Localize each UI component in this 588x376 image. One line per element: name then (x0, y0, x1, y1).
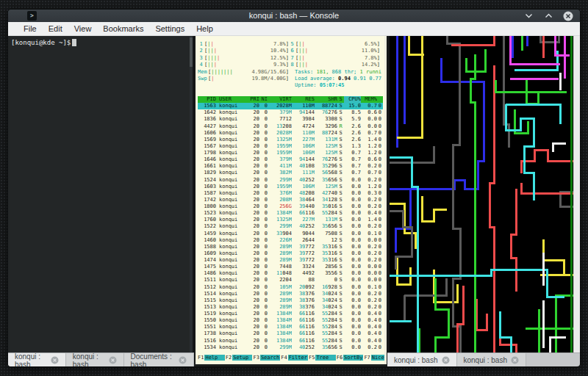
meter-ticks: || (298, 55, 304, 62)
column-header-SHR[interactable]: SHR (315, 96, 337, 103)
cpu-index: 7 (289, 55, 295, 62)
process-row[interactable]: 1474konqui200289M3977235316S0.00.20 (198, 257, 383, 264)
process-row[interactable]: 1475konqui200744833242856S0.00.00 (198, 264, 383, 270)
tab[interactable]: Documents : bash (124, 353, 194, 367)
process-row[interactable]: 1524konqui200299M4025235656S0.00.20 (198, 177, 383, 184)
fkey-f2[interactable]: F2Setup (225, 354, 253, 362)
process-row[interactable]: 1519konqui2001384M6611655284S0.00.40 (198, 311, 383, 317)
process-row[interactable]: 1513konqui200289M3837634024S0.00.20 (198, 304, 383, 311)
fkey-f3[interactable]: F3Search (252, 354, 280, 362)
tab[interactable]: konqui : bash (8, 353, 66, 367)
process-row[interactable]: 1646konqui200379M9414476276S0.70.60 (198, 156, 383, 163)
meter-value: 19.8M/4.00G (251, 76, 285, 82)
process-row[interactable]: 1800konqui200256G3944035016S0.00.20 (198, 203, 383, 210)
column-header-time[interactable] (377, 96, 381, 103)
column-header-MEM%[interactable]: MEM% (361, 96, 377, 103)
column-header-VIRT[interactable]: VIRT (268, 96, 292, 103)
menu-item-help[interactable]: Help (190, 24, 219, 33)
meter-ticks: ||| (298, 48, 308, 54)
process-row[interactable]: 1760konqui2001325M227M131MS0.01.40 (198, 217, 383, 223)
process-row[interactable]: 4427konqui2001320847243296R2.60.00 (198, 123, 383, 130)
process-row[interactable]: 1551konqui2001384M6611655284S0.00.40 (198, 324, 383, 330)
pipe-segment (521, 150, 573, 173)
terminal-pane-left[interactable]: [konqui@kde ~]$ (8, 36, 193, 352)
process-row[interactable]: 1738konqui2001384M6611655284S0.00.40 (198, 330, 383, 337)
process-row[interactable]: 1569konqui2001325M227M131MS2.61.40 (198, 137, 383, 143)
pipe-segment (447, 36, 459, 190)
column-header-RES[interactable]: RES (292, 96, 315, 103)
process-row[interactable]: 1523konqui2001384M6611655284S0.00.40 (198, 210, 383, 217)
pipe-segment (550, 337, 566, 352)
process-row[interactable]: 1534konqui200299M4025235656S0.00.20 (198, 344, 383, 351)
column-header-NI[interactable]: NI (259, 96, 268, 103)
cpu-meter-2: 2[|||10.4%] (198, 48, 289, 54)
menu-item-settings[interactable]: Settings (149, 24, 190, 33)
cpu-index: 6 (289, 48, 295, 54)
cpu-index: 2 (198, 48, 204, 54)
process-row[interactable]: 1567konqui2001959M106M125MS1.31.20 (198, 143, 383, 150)
cpu-percent: 9.3% (273, 62, 286, 68)
menu-item-file[interactable]: File (18, 24, 43, 33)
process-row[interactable]: 1460konqui200226M264412S0.00.00 (198, 237, 383, 244)
process-row[interactable]: 1661konqui200411M4010835296S0.70.20 (198, 163, 383, 170)
process-table-header: PIDUSERPRINIVIRTRESSHRSCPU%MEM% (198, 96, 383, 103)
process-row[interactable]: 1486konqui2001104844923556S0.00.00 (198, 270, 383, 277)
terminal-pane-htop[interactable]: 1[||7.8%]5[||6.5%]2[|||10.4%]6[|||11.0%]… (196, 36, 387, 364)
process-row[interactable]: 1798konqui2001959M106M125MS0.71.20 (198, 150, 383, 156)
fkey-f1[interactable]: F1Help (197, 354, 225, 362)
title-bar[interactable]: > konqui : bash — Konsole (8, 10, 580, 22)
menu-item-edit[interactable]: Edit (43, 24, 68, 33)
column-header-CPU%[interactable]: CPU% (344, 96, 361, 103)
process-row[interactable]: 1836konqui200771239843308S5.90.00 (198, 116, 383, 123)
process-row[interactable]: 1459konqui2003390490447508S0.00.10 (198, 231, 383, 237)
process-row[interactable]: 1522konqui200299M4025235656S0.00.20 (198, 223, 383, 230)
process-row[interactable]: 1514konqui200289M3837634024S0.00.20 (198, 291, 383, 297)
column-header-PRI[interactable]: PRI (247, 96, 259, 103)
menu-item-view[interactable]: View (68, 24, 98, 33)
fkey-f5[interactable]: F5Tree (308, 354, 336, 362)
column-header-PID[interactable]: PID (198, 96, 216, 103)
cpu-meter-1: 1[||7.8%] (198, 41, 289, 48)
process-row[interactable]: 1516konqui2001384M6611655284S0.00.40 (198, 338, 383, 344)
tab[interactable]: konqui : bash (66, 353, 124, 367)
tab-close-button[interactable] (442, 356, 450, 364)
process-row[interactable]: 1829konqui200382M111M56568S0.70.70 (198, 170, 383, 176)
pipe-segment (495, 80, 567, 92)
tasks-line: Tasks: 181, 868 thr; 1 runni (295, 69, 381, 76)
tab[interactable]: konqui : bash (457, 353, 527, 367)
tab-close-button[interactable] (51, 356, 59, 364)
right-pane-scrollbar[interactable] (573, 36, 580, 352)
process-row[interactable]: 1642konqui200379M9414476276S8.50.60 (198, 109, 383, 116)
column-header-USER[interactable]: USER (216, 96, 247, 103)
terminal-cursor (72, 39, 76, 46)
fkey-f6[interactable]: F6SortBy (336, 354, 364, 362)
meter-value: 4.98G/15.6G (251, 69, 285, 76)
close-button[interactable] (563, 11, 573, 21)
tab-close-button[interactable] (511, 356, 519, 364)
minimize-button[interactable] (523, 11, 534, 21)
cpu-percent: 7.8% (365, 55, 377, 62)
terminal-pane-pipes[interactable] (390, 36, 580, 352)
process-row[interactable]: 1603konqui2001959M106M125MS0.01.20 (198, 184, 383, 190)
tab-close-button[interactable] (109, 356, 117, 364)
process-row[interactable]: 1609konqui200289M3977235316S0.00.20 (198, 250, 383, 257)
process-row[interactable]: 1550konqui2001384M6611655284S0.00.40 (198, 317, 383, 324)
konsole-window: > konqui : bash — Konsole FileEditViewBo… (7, 9, 581, 367)
tab[interactable]: konqui : bash (387, 353, 457, 367)
pipe-segment (397, 256, 410, 284)
tab-close-button[interactable] (179, 356, 187, 364)
column-header-S[interactable]: S (337, 96, 344, 103)
process-row[interactable]: 1606konqui2002028M110M88724S2.60.70 (198, 130, 383, 137)
fkey-f4[interactable]: F4Filter (280, 354, 308, 362)
process-row[interactable]: 1511konqui2002204880S0.00.00 (198, 277, 383, 283)
maximize-button[interactable] (543, 11, 553, 21)
process-row[interactable]: 1587konqui200376M4820842740S0.00.30 (198, 190, 383, 197)
process-row[interactable]: 1588konqui200289M3977235316S0.00.20 (198, 244, 383, 250)
process-row[interactable]: 1742konqui200208M3846434128S0.00.20 (198, 197, 383, 203)
process-row[interactable]: 1563konqui2002028M110M88724S15.00.70 (198, 103, 383, 109)
tab-label: konqui : bash (394, 356, 438, 364)
process-row[interactable]: 1515konqui200289M3837634024S0.00.20 (198, 297, 383, 304)
close-icon (511, 356, 519, 364)
process-row[interactable]: 1512konqui200105M2009216928S0.00.10 (198, 284, 383, 291)
menu-item-bookmarks[interactable]: Bookmarks (97, 24, 149, 33)
